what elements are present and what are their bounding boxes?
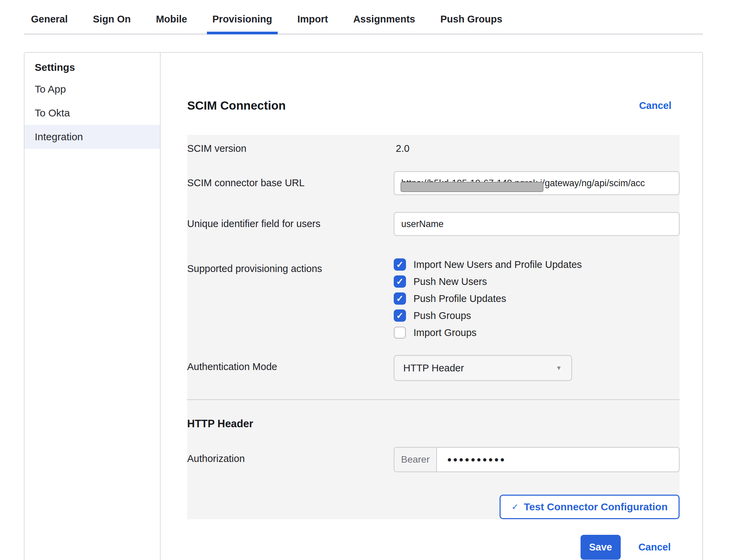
sidebar-item-integration[interactable]: Integration [25,125,160,149]
unique-id-label: Unique identifier field for users [187,212,394,236]
checkmark-icon: ✓ [396,260,404,269]
provisioning-actions-group: ✓ Import New Users and Profile Updates ✓… [394,257,582,339]
save-button[interactable]: Save [581,535,621,560]
test-row: ✓ Test Connector Configuration [187,495,680,519]
tab-general[interactable]: General [26,12,73,34]
provisioning-actions-label: Supported provisioning actions [187,257,394,339]
bearer-token-input[interactable]: ●●●●●●●●●● [437,448,679,471]
tab-assignments[interactable]: Assignments [348,12,421,34]
base-url-visible-suffix: /gateway/ng/api/scim/acc [542,178,645,189]
auth-mode-label: Authentication Mode [187,355,394,381]
auth-mode-value: HTTP Header [403,363,464,374]
base-url-label: SCIM connector base URL [187,171,394,195]
page-title: SCIM Connection [187,99,286,112]
scim-version-label: SCIM version [187,143,394,154]
dropdown-caret-icon: ▼ [556,365,562,372]
checkmark-icon: ✓ [511,502,518,512]
tab-push-groups[interactable]: Push Groups [435,12,508,34]
authorization-row: Authorization Bearer ●●●●●●●●●● [187,447,680,472]
section-divider [187,399,680,400]
checkbox-import-new-users[interactable]: ✓ Import New Users and Profile Updates [394,258,582,271]
settings-sidebar: Settings To App To Okta Integration [25,53,161,560]
unique-id-input[interactable]: userName [394,212,680,236]
scim-version-row: SCIM version 2.0 [187,135,680,154]
heading-row: SCIM Connection Cancel [187,99,680,112]
checkbox-import-groups[interactable]: Import Groups [394,326,582,339]
unique-id-row: Unique identifier field for users userNa… [187,212,680,236]
checkbox-checked-box[interactable]: ✓ [394,292,406,305]
bearer-prefix: Bearer [394,448,437,471]
tab-mobile[interactable]: Mobile [150,12,193,34]
tab-sign-on[interactable]: Sign On [87,12,136,34]
checkbox-label: Push New Users [413,276,487,287]
provisioning-card: Settings To App To Okta Integration SCIM… [24,52,703,560]
checkmark-icon: ✓ [396,311,404,320]
redaction-bar [401,182,543,192]
checkbox-push-groups[interactable]: ✓ Push Groups [394,309,582,322]
base-url-row: SCIM connector base URL https://h5kd-195… [187,171,680,195]
sidebar-item-to-app[interactable]: To App [25,77,160,101]
checkbox-label: Import Groups [413,327,476,338]
cancel-link-bottom[interactable]: Cancel [638,542,671,553]
checkbox-label: Push Profile Updates [413,293,506,304]
base-url-masked-segment: https://h5kd-195-19-67-148.ngrok.i [401,178,542,189]
checkbox-checked-box[interactable]: ✓ [394,309,406,322]
checkbox-checked-box[interactable]: ✓ [394,275,406,288]
auth-mode-row: Authentication Mode HTTP Header ▼ [187,355,680,381]
checkbox-unchecked-box[interactable] [394,326,406,339]
checkbox-push-new-users[interactable]: ✓ Push New Users [394,275,582,288]
app-tabs: General Sign On Mobile Provisioning Impo… [24,0,703,34]
cancel-link-top[interactable]: Cancel [639,100,671,111]
tab-import[interactable]: Import [292,12,333,34]
checkmark-icon: ✓ [396,294,404,303]
scim-version-value: 2.0 [394,143,409,154]
form-actions: Save Cancel [187,535,680,560]
authorization-label: Authorization [187,447,394,472]
base-url-input[interactable]: https://h5kd-195-19-67-148.ngrok.i /gate… [394,171,680,195]
checkmark-icon: ✓ [396,277,404,286]
sidebar-item-to-okta[interactable]: To Okta [25,101,160,125]
auth-mode-dropdown[interactable]: HTTP Header ▼ [394,355,572,381]
test-connector-configuration-label: Test Connector Configuration [524,501,668,513]
scim-form-panel: SCIM version 2.0 SCIM connector base URL… [187,135,680,519]
provisioning-actions-row: Supported provisioning actions ✓ Import … [187,257,680,339]
test-connector-configuration-button[interactable]: ✓ Test Connector Configuration [500,495,680,519]
http-header-heading: HTTP Header [187,418,680,430]
scim-connection-main: SCIM Connection Cancel SCIM version 2.0 … [161,53,704,560]
checkbox-label: Import New Users and Profile Updates [413,259,582,270]
tab-provisioning[interactable]: Provisioning [207,12,278,34]
sidebar-title: Settings [25,58,160,77]
checkbox-checked-box[interactable]: ✓ [394,258,406,271]
checkbox-push-profile-updates[interactable]: ✓ Push Profile Updates [394,292,582,305]
checkbox-label: Push Groups [413,310,471,321]
authorization-input-group: Bearer ●●●●●●●●●● [394,447,680,472]
